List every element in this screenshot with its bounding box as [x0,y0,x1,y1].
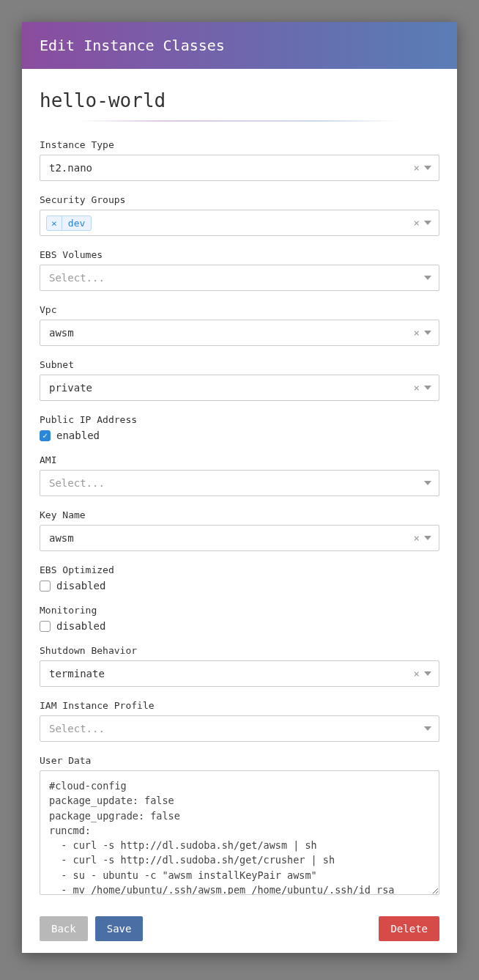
subnet-label: Subnet [40,359,439,370]
chevron-down-icon[interactable] [424,221,431,225]
ebs-volumes-select[interactable]: Select... [40,265,439,291]
edit-instance-modal: Edit Instance Classes hello-world Instan… [22,22,457,953]
select-controls [424,726,434,731]
public-ip-text: enabled [56,430,100,441]
instance-type-value: t2.nano [45,161,414,175]
subnet-select[interactable]: private × [40,375,439,401]
select-controls: × [414,382,434,394]
select-controls [424,276,434,280]
vpc-value: awsm [45,325,414,340]
field-ebs-volumes: EBS Volumes Select... [40,249,439,291]
field-vpc: Vpc awsm × [40,304,439,346]
public-ip-label: Public IP Address [40,414,439,425]
ebs-optimized-label: EBS Optimized [40,564,439,575]
instance-type-label: Instance Type [40,139,439,150]
key-name-value: awsm [45,531,414,545]
chevron-down-icon[interactable] [424,481,431,485]
tag-remove-icon[interactable]: × [47,216,62,230]
modal-footer: Back Save Delete [40,910,439,941]
chevron-down-icon[interactable] [424,331,431,335]
clear-icon[interactable]: × [414,162,420,174]
ami-select[interactable]: Select... [40,470,439,496]
field-public-ip: Public IP Address ✓ enabled [40,414,439,441]
public-ip-checkbox[interactable]: ✓ [40,430,51,441]
back-button[interactable]: Back [40,916,88,941]
chevron-down-icon[interactable] [424,671,431,676]
ami-label: AMI [40,454,439,465]
chevron-down-icon[interactable] [424,386,431,390]
chevron-down-icon[interactable] [424,726,431,731]
security-groups-tags: × dev [45,215,414,231]
chevron-down-icon[interactable] [424,536,431,540]
security-groups-select[interactable]: × dev × [40,210,439,236]
modal-body: hello-world Instance Type t2.nano × Secu… [22,69,457,953]
monitoring-checkbox-row: disabled [40,620,439,632]
ebs-volumes-placeholder: Select... [45,270,424,285]
clear-icon[interactable]: × [414,217,420,229]
monitoring-checkbox[interactable] [40,621,51,632]
user-data-textarea[interactable] [40,770,439,895]
field-ami: AMI Select... [40,454,439,496]
field-subnet: Subnet private × [40,359,439,401]
subnet-value: private [45,380,414,395]
clear-icon[interactable]: × [414,327,420,339]
ebs-optimized-checkbox[interactable] [40,581,51,592]
iam-profile-select[interactable]: Select... [40,715,439,742]
select-controls: × [414,162,434,174]
chevron-down-icon[interactable] [424,166,431,170]
field-iam-profile: IAM Instance Profile Select... [40,700,439,742]
modal-header: Edit Instance Classes [22,22,457,69]
tag-dev: × dev [46,215,92,231]
iam-profile-label: IAM Instance Profile [40,700,439,711]
ebs-volumes-label: EBS Volumes [40,249,439,260]
shutdown-behavior-value: terminate [45,666,414,681]
field-ebs-optimized: EBS Optimized disabled [40,564,439,592]
select-controls: × [414,217,434,229]
select-controls: × [414,327,434,339]
field-key-name: Key Name awsm × [40,509,439,551]
iam-profile-placeholder: Select... [45,721,424,736]
select-controls: × [414,532,434,544]
vpc-select[interactable]: awsm × [40,320,439,346]
shutdown-behavior-label: Shutdown Behavior [40,645,439,656]
field-monitoring: Monitoring disabled [40,605,439,632]
page-title: hello-world [40,89,439,111]
public-ip-checkbox-row: ✓ enabled [40,430,439,441]
monitoring-text: disabled [56,620,105,632]
ebs-optimized-checkbox-row: disabled [40,580,439,592]
select-controls [424,481,434,485]
user-data-label: User Data [40,755,439,766]
field-instance-type: Instance Type t2.nano × [40,139,439,181]
field-security-groups: Security Groups × dev × [40,194,439,236]
clear-icon[interactable]: × [414,532,420,544]
chevron-down-icon[interactable] [424,276,431,280]
security-groups-label: Security Groups [40,194,439,205]
ami-placeholder: Select... [45,476,424,490]
clear-icon[interactable]: × [414,382,420,394]
shutdown-behavior-select[interactable]: terminate × [40,660,439,687]
delete-button[interactable]: Delete [379,916,439,941]
monitoring-label: Monitoring [40,605,439,616]
instance-type-select[interactable]: t2.nano × [40,155,439,181]
field-user-data: User Data [40,755,439,897]
title-divider [80,120,400,122]
tag-label: dev [62,216,91,230]
ebs-optimized-text: disabled [56,580,105,592]
modal-title: Edit Instance Classes [40,37,225,54]
select-controls: × [414,668,434,679]
key-name-select[interactable]: awsm × [40,525,439,551]
key-name-label: Key Name [40,509,439,520]
vpc-label: Vpc [40,304,439,315]
field-shutdown-behavior: Shutdown Behavior terminate × [40,645,439,687]
save-button[interactable]: Save [95,916,144,941]
clear-icon[interactable]: × [414,668,420,679]
